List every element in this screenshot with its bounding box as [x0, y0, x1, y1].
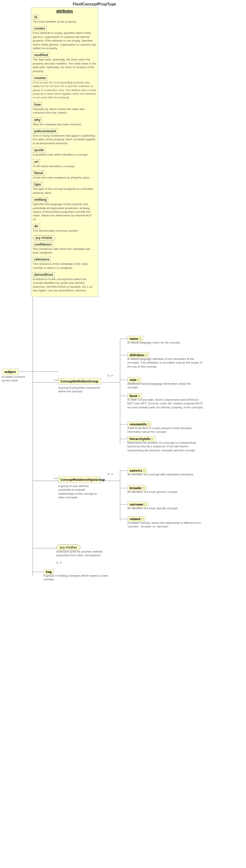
attr-creator: creator If the attribute is empty, speci… — [33, 26, 96, 50]
concept-rel-group-box: ConceptRelationshipsGroup — [58, 476, 101, 483]
attr-relevance: relevance The relevance of the metadata … — [33, 257, 96, 270]
attr-how-name: how — [33, 102, 42, 107]
any-other-label-1: any ##other — [33, 235, 55, 240]
attr-id-desc: The local identifier of the property. — [33, 20, 96, 24]
attr-relevance-desc: The relevance of the metadata to the new… — [33, 262, 96, 270]
attr-derivedfrom-name: derivedfrom — [33, 272, 55, 277]
attr-xmllang-name: xmllang — [33, 197, 48, 202]
attr-xmllang: xmllang Specifies the language of this p… — [33, 197, 96, 221]
attr-literal-name: literal — [33, 170, 44, 176]
concept-def-group-label: ConceptDefinitionGroup — [60, 380, 99, 383]
attr-why-desc: Why the metadata has been included. — [33, 123, 96, 126]
concept-def-group-desc: A group of properties required to define… — [58, 386, 101, 394]
attr-xmllang-desc: Specifies the language of this property … — [33, 203, 96, 221]
attr-type: type The type of the concept assigned as… — [33, 182, 96, 195]
attr-modified-desc: The date (and, optionally, the time) whe… — [33, 58, 96, 73]
attr-derivedfrom: derivedfrom A reference to the concept f… — [33, 272, 96, 293]
attr-type-desc: The type of the concept assigned as cont… — [33, 187, 96, 195]
any-other-2-label: any ##other — [60, 546, 77, 549]
attr-custom-name: custom — [33, 75, 47, 80]
attr-modified-name: modified — [33, 52, 49, 58]
narrower-desc: An identifier of a more specific concept… — [127, 507, 200, 510]
remoteinfo-desc: A link to an item or a web resource whic… — [127, 427, 200, 434]
note-desc: Additional natural language information … — [127, 382, 200, 390]
concept-rel-group-desc: A group of user-defined properties to in… — [58, 484, 101, 500]
attr-pubconstraint-name: pubconstraint — [33, 129, 57, 134]
diagram-container: FlexIConceptPropType — [0, 0, 246, 868]
bag-desc: A group of existing concepts which expre… — [44, 574, 109, 582]
attr-type-name: type — [33, 182, 43, 187]
attr-how-desc: Indicates by which means the value was e… — [33, 107, 96, 115]
name-desc: A natural language name for the concept. — [127, 341, 200, 345]
attr-dir-desc: The directionality of textual content. — [33, 229, 96, 233]
attr-confidence-desc: The confidence with which the metadata h… — [33, 247, 96, 255]
attr-modified: modified The date (and, optionally, the … — [33, 52, 96, 73]
attributes-box: attributes id The local identifier of th… — [31, 7, 98, 297]
sameas-desc: An identifier of a concept with equivale… — [127, 473, 200, 476]
attr-qcode-name: qcode — [33, 148, 45, 153]
attr-dir-name: dir — [33, 224, 40, 229]
attr-derivedfrom-desc: A reference to the concept from which th… — [33, 278, 96, 293]
subject-box: subject — [2, 369, 19, 375]
related-desc: A related concept, where the relationshi… — [127, 521, 204, 529]
attr-relevance-name: relevance — [33, 257, 51, 262]
hierarchyinfo-desc: Represents the position of a concept in … — [127, 441, 204, 452]
attr-confidence-name: confidence — [33, 242, 53, 247]
subject-label: subject — [4, 370, 16, 374]
definition-desc: A natural language definition of the sem… — [127, 357, 204, 369]
attr-uri-name: uri — [33, 159, 40, 164]
attr-how: how Indicates by which means the value w… — [33, 102, 96, 115]
diagram-title: FlexIConceptPropType — [73, 2, 116, 6]
attr-qcode-desc: A qualified code which identifies a conc… — [33, 153, 96, 157]
any-other-pill-1: any ##other — [33, 235, 96, 240]
attr-why-name: why — [33, 117, 42, 122]
any-other-2-multiplicity: 0..∞ — [56, 561, 62, 564]
concept-def-group-multiplicity: 0..∞ — [108, 374, 113, 377]
seq-bracket-cdf: — — [54, 377, 59, 383]
seq-bracket-crg: — — [54, 475, 59, 481]
attr-uri-desc: A URI which identifies a concept. — [33, 165, 96, 168]
attr-literal-desc: A free-text value assigned as property v… — [33, 176, 96, 180]
any-other-2-pill: any ##other — [56, 545, 80, 550]
attr-id: id The local identifier of the property. — [33, 15, 96, 24]
attr-creator-desc: If the attribute is empty, specifies whi… — [33, 31, 96, 50]
facet-desc: In NAR 1.8 and later, facet is deprecate… — [127, 398, 204, 409]
bag-label: bag — [46, 570, 52, 574]
attr-dir: dir The directionality of textual conten… — [33, 224, 96, 233]
attr-why: why Why the metadata has been included. — [33, 117, 96, 126]
attr-uri: uri A URI which identifies a concept. — [33, 159, 96, 168]
broader-desc: An identifier of a more generic concept. — [127, 490, 200, 494]
attributes-header: attributes — [33, 9, 96, 13]
attr-confidence: confidence The confidence with which the… — [33, 242, 96, 255]
concept-rel-group-label: ConceptRelationshipsGroup — [60, 478, 105, 482]
attr-pubconstraint: pubconstraint One or many constraints th… — [33, 129, 96, 145]
attr-literal: literal A free-text value assigned as pr… — [33, 170, 96, 180]
concept-rel-group-multiplicity: 0..∞ — [108, 472, 113, 476]
attr-custom-desc: If set to true the corresponding propert… — [33, 81, 96, 100]
attr-pubconstraint-desc: One or many constraints that apply to pu… — [33, 134, 96, 145]
subject-desc: A subject covered by the event. — [2, 375, 28, 383]
concept-def-group-box: ConceptDefinitionGroup — [58, 378, 101, 385]
attr-qcode: qcode A qualified code which identifies … — [33, 148, 96, 157]
attr-custom: custom If set to true the corresponding … — [33, 75, 96, 100]
attr-creator-name: creator — [33, 26, 47, 31]
attr-id-name: id — [33, 15, 39, 20]
any-other-2-desc: Extension point for provider-defined pro… — [56, 550, 115, 558]
